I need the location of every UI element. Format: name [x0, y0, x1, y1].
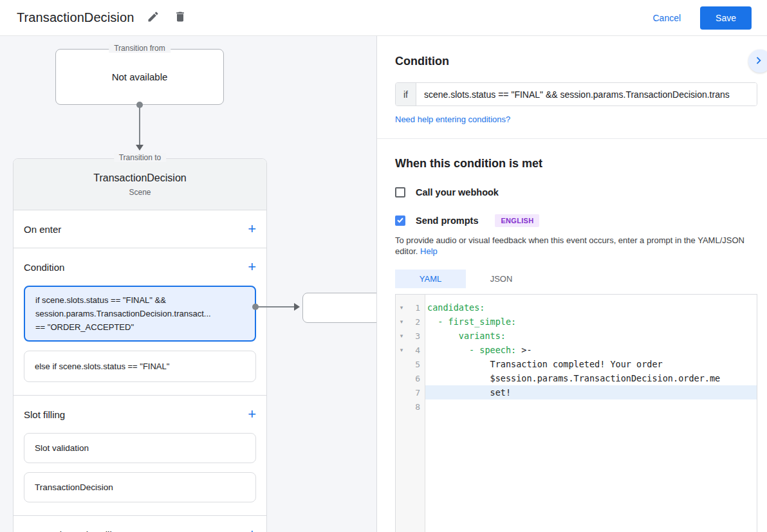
condition-card-line: if scene.slots.status == "FINAL" &&: [35, 293, 245, 307]
yaml-key: variants:: [427, 331, 506, 341]
page-title: TransactionDecision: [17, 10, 134, 25]
code-line: variants:: [425, 329, 757, 343]
line-number: 8: [407, 402, 425, 412]
code-line: Transaction completed! Your order: [425, 357, 757, 371]
top-bar: TransactionDecision Cancel Save: [0, 0, 767, 36]
send-prompts-label[interactable]: Send prompts: [416, 216, 478, 226]
condition-card-line: == "ORDER_ACCEPTED": [35, 320, 245, 334]
fold-toggle-icon[interactable]: ▾: [396, 347, 407, 353]
pencil-icon: [147, 10, 160, 25]
fold-toggle-icon[interactable]: ▾: [396, 304, 407, 311]
chevron-right-icon: [748, 53, 766, 69]
slot-card-label: Slot validation: [35, 443, 89, 453]
custom-intent-label: Custom intent handling: [24, 529, 122, 532]
code-line: [425, 399, 757, 414]
save-button[interactable]: Save: [700, 6, 752, 30]
condition-expression-row: if: [395, 82, 757, 106]
code-line: - first_simple:: [425, 315, 757, 329]
scene-card-title: TransactionDecision: [93, 172, 186, 184]
check-icon: [396, 215, 404, 226]
scene-card-subtitle: Scene: [129, 188, 151, 197]
arrow-right-icon: [294, 303, 300, 311]
line-number: 3: [407, 331, 425, 341]
connector-line-vertical: [139, 105, 140, 145]
collapse-panel-button[interactable]: [748, 50, 767, 73]
transition-target-node[interactable]: [302, 293, 376, 323]
on-enter-label: On enter: [24, 224, 61, 235]
language-badge: ENGLISH: [495, 214, 539, 227]
if-prefix-label: if: [396, 83, 416, 105]
code-line: $session.params.TransactionDecision.orde…: [425, 371, 757, 385]
panel-divider: [377, 138, 767, 139]
connector-line-horizontal: [255, 306, 295, 307]
edit-title-button[interactable]: [145, 9, 161, 26]
scene-card-header[interactable]: TransactionDecision Scene: [14, 159, 266, 210]
condition-card-else[interactable]: else if scene.slots.status == "FINAL": [24, 351, 256, 382]
editor-gutter: ▾1 ▾2 ▾3 ▾4 5 6 7 8: [396, 295, 425, 532]
delete-scene-button[interactable]: [172, 9, 188, 26]
code-line: - speech: >-: [425, 343, 757, 357]
cancel-button[interactable]: Cancel: [652, 13, 681, 23]
yaml-key: - first_simple:: [427, 316, 516, 327]
yaml-text: >-: [516, 345, 531, 355]
line-number: 6: [407, 374, 425, 383]
yaml-text: Transaction completed! Your order: [427, 359, 663, 369]
fold-toggle-icon[interactable]: ▾: [396, 318, 407, 325]
panel-title: Condition: [395, 36, 767, 68]
yaml-code-editor[interactable]: ▾1 ▾2 ▾3 ▾4 5 6 7 8 candidates: - first_…: [395, 294, 757, 532]
code-line-highlighted: set!: [425, 385, 757, 399]
slot-card-label: TransactionDecision: [35, 482, 113, 492]
condition-card-line: else if scene.slots.status == "FINAL": [35, 360, 245, 373]
fold-toggle-icon[interactable]: ▾: [396, 333, 407, 339]
add-condition-button[interactable]: +: [248, 260, 256, 274]
add-intent-button[interactable]: +: [248, 527, 256, 532]
line-number: 5: [407, 360, 425, 369]
help-link[interactable]: Help: [420, 246, 438, 256]
arrow-down-icon: [136, 145, 143, 151]
editor-code-area[interactable]: candidates: - first_simple: variants: - …: [425, 295, 757, 532]
prompts-description: To provide audio or visual feedback when…: [395, 235, 755, 257]
prompts-description-text: To provide audio or visual feedback when…: [395, 235, 744, 256]
yaml-key: candidates:: [427, 302, 485, 313]
condition-card-selected[interactable]: if scene.slots.status == "FINAL" && sess…: [24, 286, 256, 342]
add-slot-button[interactable]: +: [248, 407, 256, 421]
line-number: 1: [407, 303, 425, 313]
yaml-text: set!: [427, 387, 511, 398]
tab-json[interactable]: JSON: [466, 270, 537, 288]
line-number: 4: [407, 345, 425, 355]
conditions-help-link[interactable]: Need help entering conditions?: [395, 115, 510, 124]
scene-card: Transition to TransactionDecision Scene …: [13, 158, 267, 532]
transition-from-legend: Transition from: [109, 44, 171, 53]
code-line: candidates:: [425, 300, 757, 315]
transition-from-node: Transition from Not available: [55, 49, 224, 105]
transition-to-legend: Transition to: [114, 153, 167, 162]
trash-icon: [174, 10, 187, 25]
condition-section-label: Condition: [24, 262, 64, 273]
scene-diagram-canvas: Transition from Not available Transition…: [0, 36, 376, 532]
call-webhook-checkbox[interactable]: [395, 187, 405, 197]
condition-expression-input[interactable]: [416, 83, 757, 105]
slot-card-transaction-decision[interactable]: TransactionDecision: [24, 472, 256, 502]
add-on-enter-button[interactable]: +: [248, 222, 256, 236]
line-number: 7: [407, 388, 425, 398]
when-condition-heading: When this condition is met: [395, 157, 767, 170]
yaml-key: - speech:: [427, 345, 516, 355]
condition-card-line: session.params.TransactionDecision.trans…: [35, 307, 245, 320]
call-webhook-label[interactable]: Call your webhook: [416, 187, 499, 197]
yaml-text: $session.params.TransactionDecision.orde…: [427, 373, 720, 383]
line-number: 2: [407, 317, 425, 327]
slot-card-validation[interactable]: Slot validation: [24, 433, 256, 463]
slot-filling-label: Slot filling: [24, 409, 65, 420]
condition-detail-panel: Condition if Need help entering conditio…: [376, 36, 767, 532]
transition-from-text: Not available: [112, 71, 168, 82]
send-prompts-checkbox[interactable]: [395, 216, 405, 226]
editor-tabs: YAML JSON: [395, 270, 767, 288]
tab-yaml[interactable]: YAML: [395, 270, 466, 288]
